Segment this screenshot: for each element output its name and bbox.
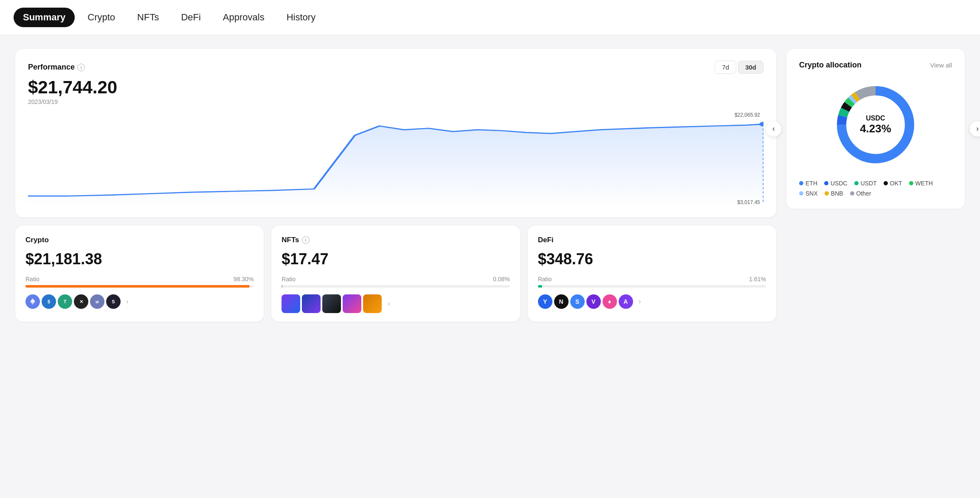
legend-dot-usdc — [824, 181, 828, 185]
chart-area — [28, 124, 763, 203]
donut-center: USDC 4.23% — [860, 115, 891, 135]
donut-chart-container: USDC 4.23% — [799, 78, 952, 171]
legend-other: Other — [850, 190, 871, 197]
period-buttons: 7d 30d — [715, 61, 763, 74]
defi-card-label: DeFi — [538, 236, 766, 244]
usdt-icon: T — [58, 294, 72, 309]
defi-more-arrow[interactable]: › — [635, 297, 645, 307]
defi-icon-3: S — [570, 294, 585, 309]
chart-low-label: $3,017.45 — [738, 199, 760, 205]
nfts-card-label: NFTs i — [282, 236, 510, 244]
defi-ratio-pct: 1.61% — [749, 276, 766, 283]
chart-high-label: $22,065.92 — [735, 112, 760, 118]
alloc-prev-arrow[interactable]: ‹ — [766, 121, 781, 137]
nav-nfts[interactable]: NFTs — [128, 8, 168, 27]
legend-usdc: USDC — [824, 180, 848, 187]
legend-dot-bnb — [825, 191, 829, 196]
nfts-ratio-pct: 0.08% — [493, 276, 510, 283]
nfts-label-text: NFTs — [282, 236, 299, 244]
period-7d-button[interactable]: 7d — [715, 61, 736, 74]
legend-dot-usdt — [854, 181, 859, 185]
donut-center-pct: 4.23% — [860, 122, 891, 135]
bottom-cards: Crypto $21,181.38 Ratio 98.30% $ — [15, 226, 776, 322]
crypto-allocation-card: Crypto allocation View all — [786, 49, 965, 209]
nav-crypto[interactable]: Crypto — [78, 8, 124, 27]
crypto-ratio-bar-fill — [25, 285, 250, 288]
legend-dot-other — [850, 191, 854, 196]
donut-center-label: USDC — [860, 115, 891, 122]
legend-label-bnb: BNB — [831, 190, 843, 197]
nfts-more-arrow[interactable]: › — [383, 299, 394, 309]
alloc-wrapper: ‹ Crypto allocation View all — [786, 49, 965, 209]
usdc-icon: $ — [42, 294, 56, 309]
view-all-button[interactable]: View all — [930, 62, 952, 69]
weth-icon: w — [90, 294, 104, 309]
crypto-ratio-pct: 98.30% — [234, 276, 253, 283]
legend-label-usdc: USDC — [831, 180, 848, 187]
legend-label-usdt: USDT — [861, 180, 877, 187]
legend-dot-snx — [799, 191, 803, 196]
nav-history[interactable]: History — [277, 8, 325, 27]
nav-approvals[interactable]: Approvals — [214, 8, 274, 27]
nft-thumb-3 — [322, 294, 341, 313]
crypto-card: Crypto $21,181.38 Ratio 98.30% $ — [15, 226, 264, 322]
legend-dot-okt — [884, 181, 888, 185]
legend-usdt: USDT — [854, 180, 877, 187]
legend-snx: SNX — [799, 190, 818, 197]
performance-chart: $22,065.92 $3,017.45 — [28, 112, 763, 205]
legend-weth: WETH — [909, 180, 933, 187]
nav-summary[interactable]: Summary — [14, 8, 75, 27]
defi-icon-1: Y — [538, 294, 552, 309]
nft-thumb-5 — [363, 294, 382, 313]
defi-ratio-label: Ratio — [538, 276, 552, 283]
legend-eth: ETH — [799, 180, 817, 187]
alloc-header: Crypto allocation View all — [799, 61, 952, 70]
nfts-ratio-bar-bg — [282, 285, 510, 288]
chart-svg — [28, 112, 763, 205]
legend-okt: OKT — [884, 180, 902, 187]
crypto-card-value: $21,181.38 — [25, 250, 253, 268]
right-column: ‹ Crypto allocation View all — [786, 49, 965, 322]
nft-thumb-2 — [302, 294, 321, 313]
crypto-more-arrow[interactable]: › — [122, 297, 132, 307]
nfts-ratio-row: Ratio 0.08% — [282, 276, 510, 283]
defi-token-icons: Y N S V ♦ A › — [538, 294, 766, 309]
nav-defi[interactable]: DeFi — [172, 8, 210, 27]
top-navigation: Summary Crypto NFTs DeFi Approvals Histo… — [0, 0, 980, 35]
okt-icon: ✕ — [74, 294, 88, 309]
defi-icon-2: N — [554, 294, 569, 309]
snx-icon: S — [106, 294, 121, 309]
nft-thumbnails: › — [282, 294, 510, 313]
legend-label-weth: WETH — [915, 180, 933, 187]
performance-card: Performance i 7d 30d $21,744.20 2023/03/… — [15, 49, 776, 217]
legend-dot-weth — [909, 181, 913, 185]
nfts-info-icon[interactable]: i — [302, 236, 310, 244]
defi-card: DeFi $348.76 Ratio 1.61% Y N S V ♦ A › — [528, 226, 776, 322]
legend-label-other: Other — [856, 190, 871, 197]
left-column: Performance i 7d 30d $21,744.20 2023/03/… — [15, 49, 776, 322]
defi-card-value: $348.76 — [538, 250, 766, 268]
performance-value: $21,744.20 — [28, 77, 763, 98]
nfts-card-value: $17.47 — [282, 250, 510, 268]
performance-title-text: Performance — [28, 63, 75, 72]
defi-ratio-bar-fill — [538, 285, 542, 288]
nfts-ratio-label: Ratio — [282, 276, 296, 283]
nft-thumb-1 — [282, 294, 300, 313]
defi-ratio-bar-bg — [538, 285, 766, 288]
allocation-legend: ETH USDC USDT OKT — [799, 180, 952, 197]
crypto-ratio-bar-bg — [25, 285, 253, 288]
period-30d-button[interactable]: 30d — [738, 61, 763, 74]
main-content: Performance i 7d 30d $21,744.20 2023/03/… — [0, 35, 980, 335]
legend-label-snx: SNX — [805, 190, 818, 197]
defi-icon-4: V — [586, 294, 601, 309]
alloc-next-arrow[interactable]: › — [970, 121, 980, 137]
eth-icon — [25, 294, 40, 309]
legend-dot-eth — [799, 181, 803, 185]
performance-info-icon[interactable]: i — [77, 64, 85, 71]
performance-title: Performance i — [28, 63, 85, 72]
legend-bnb: BNB — [825, 190, 843, 197]
alloc-title: Crypto allocation — [799, 61, 862, 70]
nft-thumb-4 — [343, 294, 361, 313]
legend-label-eth: ETH — [805, 180, 817, 187]
nfts-card: NFTs i $17.47 Ratio 0.08% › — [271, 226, 520, 322]
